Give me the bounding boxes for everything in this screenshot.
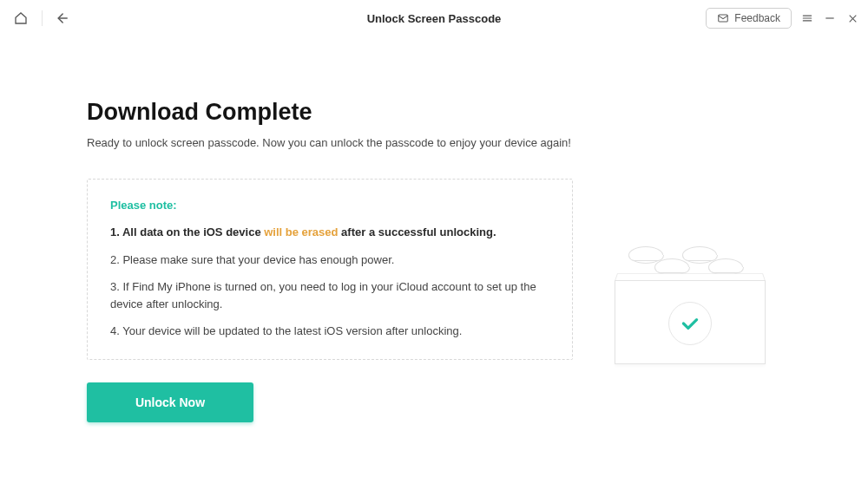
page-title: Download Complete xyxy=(87,99,573,126)
feedback-button[interactable]: Feedback xyxy=(706,8,792,29)
note-header: Please note: xyxy=(110,199,549,212)
note-box: Please note: 1. All data on the iOS devi… xyxy=(87,179,573,360)
note-line-4: 4. Your device will be updated to the la… xyxy=(110,323,549,340)
mail-icon xyxy=(717,12,729,24)
main-column: Download Complete Ready to unlock screen… xyxy=(87,99,573,422)
divider xyxy=(42,10,43,26)
success-badge xyxy=(668,302,712,345)
arrow-left-icon xyxy=(55,10,72,27)
unlock-now-button[interactable]: Unlock Now xyxy=(87,382,253,422)
check-icon xyxy=(679,312,701,335)
note-line-3: 3. If Find My iPhone is turned on, you n… xyxy=(110,278,549,312)
content-area: Download Complete Ready to unlock screen… xyxy=(0,36,868,422)
title-bar: Unlock Screen Passcode Feedback xyxy=(0,0,868,36)
back-button[interactable] xyxy=(51,6,76,30)
menu-icon xyxy=(801,12,813,24)
note-line-1: 1. All data on the iOS device will be er… xyxy=(110,224,549,241)
note-1-prefix: 1. All data on the iOS device xyxy=(110,225,264,238)
home-button[interactable] xyxy=(9,6,33,30)
menu-button[interactable] xyxy=(800,11,814,25)
header-left xyxy=(9,6,76,30)
note-1-suffix: after a successful unlocking. xyxy=(339,225,496,238)
feedback-label: Feedback xyxy=(734,12,780,24)
close-button[interactable] xyxy=(845,11,859,25)
illustration xyxy=(599,186,781,422)
note-1-highlight: will be erased xyxy=(264,225,338,238)
minimize-button[interactable] xyxy=(823,11,837,25)
block-illustration xyxy=(608,243,773,364)
close-icon xyxy=(847,13,858,24)
header-right: Feedback xyxy=(706,8,859,29)
window-title: Unlock Screen Passcode xyxy=(367,12,502,25)
home-icon xyxy=(13,10,29,26)
window-controls xyxy=(800,11,859,25)
note-line-2: 2. Please make sure that your device has… xyxy=(110,252,549,269)
minimize-icon xyxy=(824,12,836,24)
page-subtitle: Ready to unlock screen passcode. Now you… xyxy=(87,136,573,149)
